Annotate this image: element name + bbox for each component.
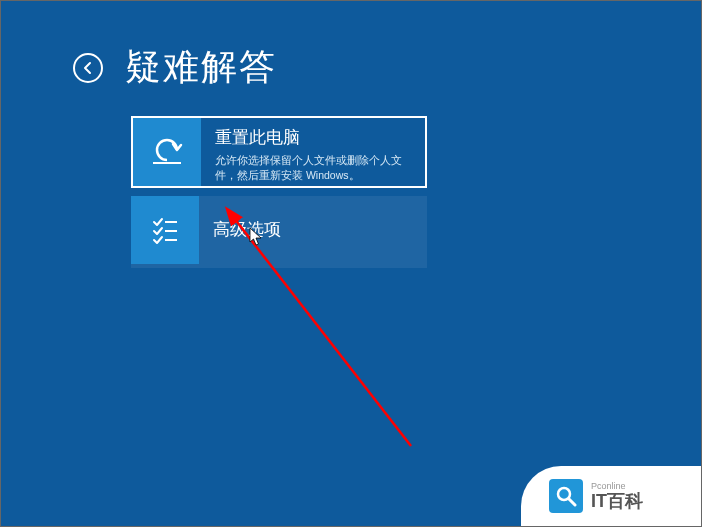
watermark-subtitle: Pconline <box>591 482 643 491</box>
back-arrow-icon <box>81 61 95 75</box>
svg-line-6 <box>569 499 575 505</box>
option-description: 允许你选择保留个人文件或删除个人文件，然后重新安装 Windows。 <box>215 153 415 183</box>
header: 疑难解答 <box>73 43 277 92</box>
option-advanced[interactable]: 高级选项 <box>131 196 427 268</box>
magnifier-icon <box>549 479 583 513</box>
watermark: Pconline IT百科 <box>521 466 701 526</box>
options-list: 重置此电脑 允许你选择保留个人文件或删除个人文件，然后重新安装 Windows。… <box>131 116 427 268</box>
option-title: 重置此电脑 <box>215 126 415 149</box>
option-title: 高级选项 <box>213 218 281 241</box>
option-text: 重置此电脑 允许你选择保留个人文件或删除个人文件，然后重新安装 Windows。 <box>215 118 425 183</box>
watermark-text: Pconline IT百科 <box>591 482 643 510</box>
back-button[interactable] <box>73 53 103 83</box>
checklist-icon <box>131 196 199 264</box>
reset-icon <box>133 118 201 186</box>
option-reset-pc[interactable]: 重置此电脑 允许你选择保留个人文件或删除个人文件，然后重新安装 Windows。 <box>131 116 427 188</box>
option-text: 高级选项 <box>213 196 291 245</box>
watermark-title: IT百科 <box>591 492 643 510</box>
page-title: 疑难解答 <box>125 43 277 92</box>
